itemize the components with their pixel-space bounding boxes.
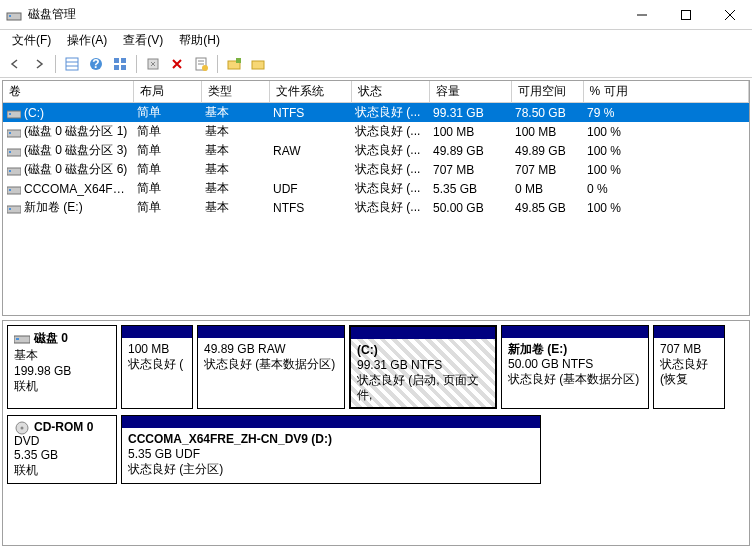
table-cell: 99.31 GB — [429, 103, 511, 123]
disk-icon — [14, 333, 30, 345]
table-cell: 简单 — [133, 160, 201, 179]
view-grid-button[interactable] — [109, 53, 131, 75]
properties-button[interactable] — [190, 53, 212, 75]
table-row[interactable]: (磁盘 0 磁盘分区 3)简单基本RAW状态良好 (...49.89 GB49.… — [3, 141, 749, 160]
menu-action[interactable]: 操作(A) — [59, 30, 115, 51]
partition-status: 状态良好 (恢复 — [660, 357, 718, 387]
volume-table[interactable]: 卷布局类型文件系统状态容量可用空间% 可用 (C:)简单基本NTFS状态良好 (… — [2, 80, 750, 316]
table-cell — [269, 160, 351, 179]
table-cell: 5.35 GB — [429, 179, 511, 198]
partition-status: 状态良好 (启动, 页面文件, — [357, 373, 489, 403]
column-header[interactable]: 卷 — [3, 81, 133, 103]
table-cell: 状态良好 (... — [351, 141, 429, 160]
table-row[interactable]: (磁盘 0 磁盘分区 1)简单基本状态良好 (...100 MB100 MB10… — [3, 122, 749, 141]
toolbar: ? — [0, 50, 752, 78]
partition-block[interactable]: (C:)99.31 GB NTFS状态良好 (启动, 页面文件, — [349, 325, 497, 409]
column-header[interactable]: 布局 — [133, 81, 201, 103]
svg-text:?: ? — [92, 57, 99, 71]
menu-help[interactable]: 帮助(H) — [171, 30, 228, 51]
table-cell: 基本 — [201, 103, 269, 123]
partition-header-bar — [122, 416, 540, 428]
drive-icon — [7, 165, 21, 175]
table-cell: 707 MB — [511, 160, 583, 179]
table-cell: (磁盘 0 磁盘分区 3) — [3, 141, 133, 160]
table-cell: 基本 — [201, 141, 269, 160]
partition-block[interactable]: CCCOMA_X64FRE_ZH-CN_DV9 (D:)5.35 GB UDF状… — [121, 415, 541, 484]
table-cell: 状态良好 (... — [351, 198, 429, 217]
partition-block[interactable]: 新加卷 (E:)50.00 GB NTFS状态良好 (基本数据分区) — [501, 325, 649, 409]
table-cell: 基本 — [201, 160, 269, 179]
partition-title: (C:) — [357, 343, 489, 358]
partition-block[interactable]: 49.89 GB RAW状态良好 (基本数据分区) — [197, 325, 345, 409]
svg-rect-6 — [66, 58, 78, 70]
close-button[interactable] — [708, 0, 752, 30]
disk-name-1: CD-ROM 0 — [34, 420, 93, 434]
disk-info-1[interactable]: CD-ROM 0 DVD 5.35 GB 联机 — [7, 415, 117, 484]
drive-icon — [7, 146, 21, 156]
partition-block[interactable]: 100 MB状态良好 ( — [121, 325, 193, 409]
table-cell: 简单 — [133, 103, 201, 123]
table-row[interactable]: 新加卷 (E:)简单基本NTFS状态良好 (...50.00 GB49.85 G… — [3, 198, 749, 217]
drive-icon — [7, 203, 21, 213]
disk-name-0: 磁盘 0 — [34, 330, 68, 347]
view-list-button[interactable] — [61, 53, 83, 75]
svg-point-19 — [202, 65, 208, 71]
table-cell: 50.00 GB — [429, 198, 511, 217]
drive-icon — [7, 184, 21, 194]
volume-name: (磁盘 0 磁盘分区 1) — [24, 124, 127, 138]
menu-file[interactable]: 文件(F) — [4, 30, 59, 51]
partition-body: CCCOMA_X64FRE_ZH-CN_DV9 (D:)5.35 GB UDF状… — [122, 428, 540, 483]
table-cell: 状态良好 (... — [351, 179, 429, 198]
table-cell — [269, 122, 351, 141]
svg-rect-34 — [9, 208, 11, 210]
column-header[interactable]: 文件系统 — [269, 81, 351, 103]
table-row[interactable]: (磁盘 0 磁盘分区 6)简单基本状态良好 (...707 MB707 MB10… — [3, 160, 749, 179]
svg-rect-24 — [9, 113, 11, 115]
table-cell: 707 MB — [429, 160, 511, 179]
table-cell: 100 MB — [429, 122, 511, 141]
partition-body: 49.89 GB RAW状态良好 (基本数据分区) — [198, 338, 344, 408]
svg-rect-30 — [9, 170, 11, 172]
back-button[interactable] — [4, 53, 26, 75]
table-cell: CCCOMA_X64FR... — [3, 179, 133, 198]
table-row[interactable]: (C:)简单基本NTFS状态良好 (...99.31 GB78.50 GB79 … — [3, 103, 749, 123]
table-cell: 49.89 GB — [511, 141, 583, 160]
partition-title: CCCOMA_X64FRE_ZH-CN_DV9 (D:) — [128, 432, 534, 447]
delete-button[interactable] — [166, 53, 188, 75]
partition-block[interactable]: 707 MB状态良好 (恢复 — [653, 325, 725, 409]
new-folder-button[interactable] — [223, 53, 245, 75]
column-header[interactable]: % 可用 — [583, 81, 749, 103]
disk-state-0: 联机 — [14, 378, 110, 395]
drive-icon — [7, 127, 21, 137]
partition-header-bar — [198, 326, 344, 338]
refresh-button[interactable] — [142, 53, 164, 75]
partition-size: 49.89 GB RAW — [204, 342, 338, 357]
minimize-button[interactable] — [620, 0, 664, 30]
maximize-button[interactable] — [664, 0, 708, 30]
menu-view[interactable]: 查看(V) — [115, 30, 171, 51]
table-cell: 100 % — [583, 198, 749, 217]
disk-graphical-view: 磁盘 0 基本 199.98 GB 联机 100 MB状态良好 (49.89 G… — [2, 320, 750, 546]
help-button[interactable]: ? — [85, 53, 107, 75]
disk-type-1: DVD — [14, 434, 110, 448]
svg-rect-36 — [16, 338, 19, 340]
partition-size: 707 MB — [660, 342, 718, 357]
table-cell: 状态良好 (... — [351, 103, 429, 123]
volume-name: CCCOMA_X64FR... — [24, 182, 131, 196]
column-header[interactable]: 类型 — [201, 81, 269, 103]
partition-body: 707 MB状态良好 (恢复 — [654, 338, 724, 408]
titlebar: 磁盘管理 — [0, 0, 752, 30]
folder-button[interactable] — [247, 53, 269, 75]
table-cell: 79 % — [583, 103, 749, 123]
column-header[interactable]: 可用空间 — [511, 81, 583, 103]
table-cell: 100 MB — [511, 122, 583, 141]
column-header[interactable]: 容量 — [429, 81, 511, 103]
forward-button[interactable] — [28, 53, 50, 75]
table-row[interactable]: CCCOMA_X64FR...简单基本UDF状态良好 (...5.35 GB0 … — [3, 179, 749, 198]
partition-header-bar — [654, 326, 724, 338]
column-header[interactable]: 状态 — [351, 81, 429, 103]
partition-status: 状态良好 ( — [128, 357, 186, 372]
table-cell: 49.85 GB — [511, 198, 583, 217]
table-cell: 基本 — [201, 198, 269, 217]
disk-info-0[interactable]: 磁盘 0 基本 199.98 GB 联机 — [7, 325, 117, 409]
